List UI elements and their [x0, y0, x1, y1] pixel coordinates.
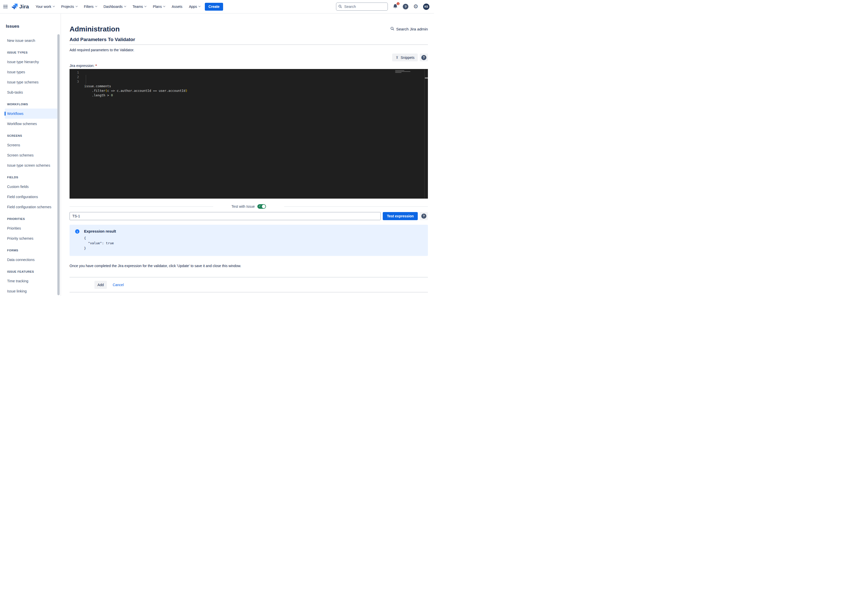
- admin-sidebar: Issues New issue searchISSUE TYPESIssue …: [0, 14, 61, 296]
- divider: [284, 206, 428, 207]
- sidebar-section-workflows: WORKFLOWS: [5, 101, 61, 108]
- editor-code: issue.comments .filter(c => c.author.acc…: [84, 70, 428, 98]
- sidebar-item-issue-linking[interactable]: Issue linking: [5, 286, 59, 296]
- search-icon: [338, 4, 342, 9]
- user-avatar[interactable]: KS: [423, 4, 430, 10]
- sidebar-item-workflows[interactable]: Workflows: [5, 109, 59, 119]
- code-line: .filter(c => c.author.accountId == user.…: [84, 88, 428, 93]
- jira-logo-icon: [12, 3, 18, 10]
- sidebar-item-issue-types[interactable]: Issue types: [5, 67, 59, 77]
- chevron-down-icon: [95, 5, 97, 7]
- bell-icon: [393, 5, 398, 10]
- divider: [69, 206, 213, 207]
- editor-scrollbar[interactable]: [424, 69, 428, 199]
- nav-item-your-work[interactable]: Your work: [35, 4, 55, 9]
- sidebar-item-custom-fields[interactable]: Custom fields: [5, 182, 59, 192]
- line-number: 3: [69, 80, 79, 84]
- nav-item-label: Your work: [35, 4, 51, 9]
- toggle-knob: [262, 205, 266, 208]
- nav-right-cluster: 1 ? ⚙ KS: [336, 3, 430, 11]
- sidebar-section-fields: FIELDS: [5, 174, 61, 181]
- sidebar-section-issue-features: ISSUE FEATURES: [5, 268, 61, 275]
- nav-item-apps[interactable]: Apps: [189, 4, 200, 9]
- page-title: Administration: [69, 25, 120, 34]
- editor-scrollbar-thumb[interactable]: [425, 77, 428, 79]
- app-switcher-icon[interactable]: [4, 5, 7, 9]
- nav-item-assets[interactable]: Assets: [171, 4, 182, 9]
- nav-item-projects[interactable]: Projects: [61, 4, 77, 9]
- test-with-issue-label: Test with Issue: [232, 205, 255, 209]
- result-json: { "value": true}: [84, 236, 116, 251]
- help-button[interactable]: ?: [403, 4, 408, 9]
- chevron-down-icon: [53, 5, 55, 7]
- nav-item-label: Plans: [153, 4, 162, 9]
- info-icon: i: [75, 229, 80, 234]
- notifications-button[interactable]: 1: [393, 4, 398, 10]
- editor-minimap[interactable]: [394, 69, 424, 87]
- search-icon: [390, 27, 394, 32]
- sidebar-item-priority-schemes[interactable]: Priority schemes: [5, 233, 59, 243]
- question-icon: ?: [421, 214, 427, 219]
- sidebar-item-priorities[interactable]: Priorities: [5, 223, 59, 233]
- nav-item-label: Projects: [61, 4, 74, 9]
- sidebar-item-new-issue-search[interactable]: New issue search: [5, 35, 59, 46]
- chevron-down-icon: [75, 5, 77, 7]
- sidebar-section-screens: SCREENS: [5, 133, 61, 139]
- nav-item-dashboards[interactable]: Dashboards: [103, 4, 126, 9]
- required-asterisk: *: [96, 64, 97, 68]
- sidebar-item-sub-tasks[interactable]: Sub-tasks: [5, 87, 59, 97]
- sidebar-section-issue-types: ISSUE TYPES: [5, 49, 61, 56]
- create-button[interactable]: Create: [205, 3, 223, 11]
- add-button[interactable]: Add: [94, 281, 107, 289]
- global-search-input[interactable]: [336, 3, 388, 11]
- issue-key-input[interactable]: [69, 212, 381, 220]
- snippets-label: Snippets: [401, 56, 415, 60]
- check-icon: ✓: [258, 205, 261, 208]
- jira-logo[interactable]: Jira: [12, 3, 29, 10]
- main-menu: Your workProjectsFiltersDashboardsTeamsP…: [35, 4, 200, 9]
- snippets-help-button[interactable]: ?: [420, 53, 428, 61]
- question-icon: ?: [421, 55, 427, 60]
- chevron-down-icon: [163, 5, 165, 7]
- jira-admin-page: Jira Your workProjectsFiltersDashboardsT…: [0, 0, 434, 296]
- top-navigation: Jira Your workProjectsFiltersDashboardsT…: [0, 0, 434, 13]
- expression-help-button[interactable]: ?: [420, 212, 428, 220]
- sidebar-section-priorities: PRIORITIES: [5, 216, 61, 222]
- sidebar-item-screens[interactable]: Screens: [5, 140, 59, 150]
- settings-gear-icon[interactable]: ⚙: [413, 4, 418, 9]
- test-with-issue-row: Test with Issue ✓: [69, 204, 428, 209]
- nav-item-label: Filters: [84, 4, 94, 9]
- sidebar-item-screen-schemes[interactable]: Screen schemes: [5, 150, 59, 160]
- nav-item-filters[interactable]: Filters: [84, 4, 97, 9]
- section-description: Add required parameters to the Validator…: [69, 48, 428, 52]
- sidebar-title: Issues: [4, 24, 61, 29]
- expression-label: Jira expression:*: [69, 64, 428, 68]
- nav-item-label: Dashboards: [103, 4, 123, 9]
- test-expression-button[interactable]: Test expression: [383, 212, 418, 220]
- divider: [69, 277, 428, 277]
- code-line: .length > 0: [84, 93, 428, 98]
- cancel-link[interactable]: Cancel: [113, 283, 124, 287]
- test-with-issue-toggle[interactable]: ✓: [257, 204, 266, 209]
- sidebar-item-data-connections[interactable]: Data connections: [5, 255, 59, 265]
- sidebar-item-issue-type-schemes[interactable]: Issue type schemes: [5, 77, 59, 87]
- scissors-icon: ✂: [395, 56, 399, 59]
- jira-wordmark: Jira: [19, 4, 29, 10]
- sidebar-item-workflow-schemes[interactable]: Workflow schemes: [5, 119, 59, 129]
- snippets-button[interactable]: ✂ Snippets: [392, 53, 418, 61]
- sidebar-item-field-configurations[interactable]: Field configurations: [5, 192, 59, 202]
- completion-note: Once you have completed the Jira express…: [69, 264, 428, 268]
- nav-item-plans[interactable]: Plans: [153, 4, 165, 9]
- sidebar-scrollbar[interactable]: [58, 34, 60, 295]
- sidebar-item-time-tracking[interactable]: Time tracking: [5, 276, 59, 286]
- admin-search-link[interactable]: Search Jira admin: [390, 27, 428, 32]
- chevron-down-icon: [198, 5, 201, 7]
- nav-item-label: Assets: [171, 4, 182, 9]
- code-editor[interactable]: 123 issue.comments .filter(c => c.author…: [69, 69, 428, 199]
- sidebar-item-issue-type-screen-schemes[interactable]: Issue type screen schemes: [5, 160, 59, 171]
- chevron-down-icon: [124, 5, 126, 7]
- main-content: Administration Search Jira admin Add Par…: [61, 14, 434, 296]
- sidebar-item-field-configuration-schemes[interactable]: Field configuration schemes: [5, 202, 59, 212]
- nav-item-teams[interactable]: Teams: [133, 4, 146, 9]
- sidebar-item-issue-type-hierarchy[interactable]: Issue type hierarchy: [5, 57, 59, 67]
